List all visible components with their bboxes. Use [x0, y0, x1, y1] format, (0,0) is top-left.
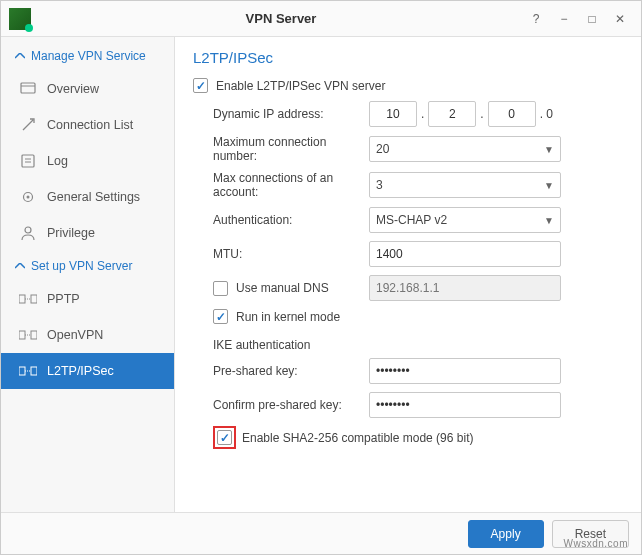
auth-label: Authentication:: [193, 213, 369, 227]
sidebar-item-label: Log: [47, 154, 68, 168]
sidebar-section-setup[interactable]: Set up VPN Server: [1, 251, 174, 281]
log-icon: [19, 152, 37, 170]
max-conn-label: Maximum connection number:: [193, 135, 369, 163]
psk2-label: Confirm pre-shared key:: [193, 398, 369, 412]
sidebar-item-openvpn[interactable]: OpenVPN: [1, 317, 174, 353]
svg-rect-11: [19, 331, 25, 339]
svg-rect-12: [31, 331, 37, 339]
ike-section-label: IKE authentication: [193, 332, 621, 358]
maximize-icon[interactable]: □: [579, 8, 605, 30]
titlebar: VPN Server ? − □ ✕: [1, 1, 641, 37]
enable-label: Enable L2TP/IPSec VPN server: [216, 79, 385, 93]
svg-rect-0: [21, 83, 35, 93]
chevron-down-icon: ▼: [544, 144, 554, 155]
svg-rect-9: [31, 295, 37, 303]
ip-c-input[interactable]: [488, 101, 536, 127]
overview-icon: [19, 80, 37, 98]
sidebar-item-label: Privilege: [47, 226, 95, 240]
pptp-icon: [19, 290, 37, 308]
max-conn-select[interactable]: 20 ▼: [369, 136, 561, 162]
sidebar-section-label: Set up VPN Server: [31, 259, 132, 273]
l2tp-icon: [19, 362, 37, 380]
manual-dns-checkbox[interactable]: [213, 281, 228, 296]
sidebar: Manage VPN Service Overview Connection L…: [1, 37, 175, 512]
max-acct-select[interactable]: 3 ▼: [369, 172, 561, 198]
help-icon[interactable]: ?: [523, 8, 549, 30]
minimize-icon[interactable]: −: [551, 8, 577, 30]
chevron-down-icon: ▼: [544, 180, 554, 191]
sidebar-section-label: Manage VPN Service: [31, 49, 146, 63]
sidebar-item-overview[interactable]: Overview: [1, 71, 174, 107]
sidebar-item-label: PPTP: [47, 292, 80, 306]
window-controls: ? − □ ✕: [523, 8, 633, 30]
mtu-label: MTU:: [193, 247, 369, 261]
sidebar-item-l2tp[interactable]: L2TP/IPSec: [1, 353, 174, 389]
close-icon[interactable]: ✕: [607, 8, 633, 30]
sha-highlight: [213, 426, 236, 449]
dynamic-ip-label: Dynamic IP address:: [193, 107, 369, 121]
sidebar-item-label: Connection List: [47, 118, 133, 132]
auth-select[interactable]: MS-CHAP v2 ▼: [369, 207, 561, 233]
psk-input[interactable]: [369, 358, 561, 384]
psk-label: Pre-shared key:: [193, 364, 369, 378]
chevron-up-icon: [15, 263, 25, 269]
sidebar-item-label: General Settings: [47, 190, 140, 204]
chevron-down-icon: ▼: [544, 215, 554, 226]
openvpn-icon: [19, 326, 37, 344]
apply-button[interactable]: Apply: [468, 520, 544, 548]
auth-value: MS-CHAP v2: [376, 213, 447, 227]
max-acct-value: 3: [376, 178, 383, 192]
page-title: L2TP/IPSec: [193, 49, 621, 66]
mtu-input[interactable]: [369, 241, 561, 267]
watermark: Wwsxdn.com: [564, 538, 628, 549]
kernel-checkbox[interactable]: [213, 309, 228, 324]
max-acct-label: Max connections of an account:: [193, 171, 369, 199]
sidebar-item-connection-list[interactable]: Connection List: [1, 107, 174, 143]
sidebar-item-label: L2TP/IPSec: [47, 364, 114, 378]
svg-point-7: [25, 227, 31, 233]
window-title: VPN Server: [39, 11, 523, 26]
svg-rect-15: [31, 367, 37, 375]
sidebar-item-label: Overview: [47, 82, 99, 96]
gear-icon: [19, 188, 37, 206]
sha-checkbox[interactable]: [217, 430, 232, 445]
svg-rect-2: [22, 155, 34, 167]
manual-dns-label: Use manual DNS: [236, 281, 329, 295]
sha-label: Enable SHA2-256 compatible mode (96 bit): [242, 431, 473, 445]
sidebar-item-pptp[interactable]: PPTP: [1, 281, 174, 317]
sidebar-item-log[interactable]: Log: [1, 143, 174, 179]
connection-icon: [19, 116, 37, 134]
app-icon: [9, 8, 31, 30]
kernel-label: Run in kernel mode: [236, 310, 340, 324]
max-conn-value: 20: [376, 142, 389, 156]
chevron-up-icon: [15, 53, 25, 59]
sidebar-item-privilege[interactable]: Privilege: [1, 215, 174, 251]
svg-rect-8: [19, 295, 25, 303]
svg-rect-14: [19, 367, 25, 375]
sidebar-item-label: OpenVPN: [47, 328, 103, 342]
sidebar-section-manage[interactable]: Manage VPN Service: [1, 41, 174, 71]
sidebar-item-general-settings[interactable]: General Settings: [1, 179, 174, 215]
svg-point-6: [27, 196, 30, 199]
ip-suffix: . 0: [540, 107, 553, 121]
psk2-input[interactable]: [369, 392, 561, 418]
user-icon: [19, 224, 37, 242]
content-panel: L2TP/IPSec Enable L2TP/IPSec VPN server …: [175, 37, 641, 512]
ip-b-input[interactable]: [428, 101, 476, 127]
ip-a-input[interactable]: [369, 101, 417, 127]
enable-checkbox[interactable]: [193, 78, 208, 93]
manual-dns-input: [369, 275, 561, 301]
footer: Apply Reset: [1, 512, 641, 554]
